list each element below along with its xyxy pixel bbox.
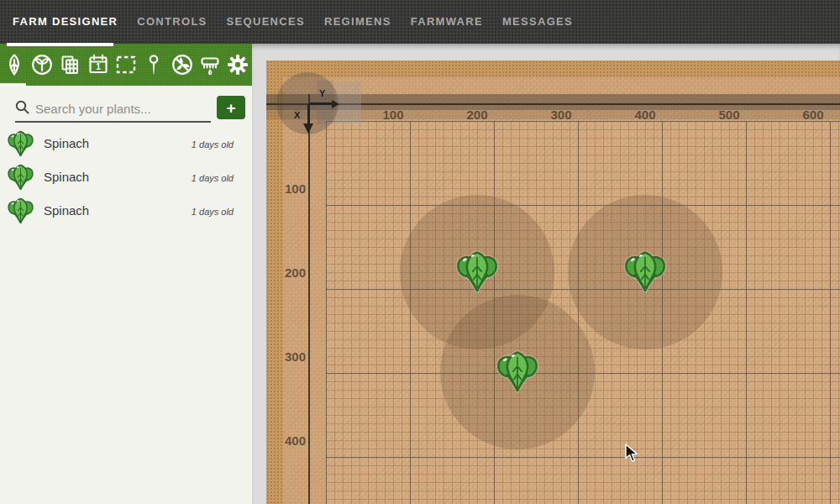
x-axis-label: X bbox=[294, 110, 300, 120]
plant-search-row: + bbox=[0, 91, 252, 128]
nav-item-sequences[interactable]: SEQUENCES bbox=[227, 0, 305, 44]
spinach-icon bbox=[7, 164, 34, 195]
x-axis-arrowhead bbox=[303, 123, 313, 134]
plant-name: Spinach bbox=[44, 136, 89, 150]
nav-item-controls[interactable]: CONTROLS bbox=[137, 0, 207, 44]
map-plant-spinach[interactable] bbox=[623, 250, 667, 294]
plants-icon[interactable] bbox=[2, 52, 27, 77]
spinach-icon bbox=[7, 130, 34, 161]
garden-bed bbox=[283, 77, 840, 504]
irrigation-icon[interactable] bbox=[197, 52, 223, 77]
garden-map-region: 100 200 300 400 500 600 100 200 300 400 bbox=[252, 44, 840, 504]
x-axis-arrow bbox=[307, 104, 310, 124]
axis-label: 100 bbox=[268, 181, 306, 196]
axis-label: 400 bbox=[620, 108, 670, 122]
plant-age: 1 days old bbox=[192, 207, 234, 217]
axis-label: 500 bbox=[704, 108, 754, 122]
plant-list-item[interactable]: Spinach 1 days old bbox=[0, 161, 252, 195]
axis-label: 300 bbox=[536, 108, 586, 122]
y-axis-line bbox=[308, 94, 310, 504]
plant-name: Spinach bbox=[44, 170, 89, 184]
spinach-icon bbox=[7, 197, 34, 228]
search-input[interactable] bbox=[34, 97, 209, 120]
y-axis-label: Y bbox=[319, 88, 325, 98]
events-icon[interactable]: 1 bbox=[86, 52, 111, 77]
plant-list: Spinach 1 days old Spinach 1 days old Sp… bbox=[0, 128, 252, 228]
nav-item-messages[interactable]: MESSAGES bbox=[502, 0, 573, 44]
zones-icon[interactable] bbox=[113, 52, 139, 77]
y-axis-arrowhead bbox=[332, 100, 339, 108]
axis-label: 200 bbox=[268, 265, 306, 280]
axis-label: 400 bbox=[268, 433, 306, 448]
settings-icon[interactable] bbox=[225, 52, 250, 77]
add-plant-button[interactable]: + bbox=[217, 96, 245, 119]
gardens-icon[interactable] bbox=[57, 52, 82, 77]
y-axis-arrow bbox=[309, 102, 333, 105]
nav-item-farm-designer[interactable]: FARM DESIGNER bbox=[13, 0, 118, 44]
axis-label: 600 bbox=[788, 108, 838, 122]
nav-items: FARM DESIGNER CONTROLS SEQUENCES REGIMEN… bbox=[0, 0, 573, 44]
plant-list-item[interactable]: Spinach 1 days old bbox=[0, 128, 252, 161]
search-underline bbox=[15, 121, 211, 123]
designer-toolbar: 1 bbox=[0, 44, 252, 86]
map-plant-spinach[interactable] bbox=[455, 250, 499, 294]
search-icon bbox=[15, 100, 29, 118]
events-day-number: 1 bbox=[96, 62, 101, 71]
plant-age: 1 days old bbox=[192, 139, 234, 150]
points-icon[interactable] bbox=[141, 52, 166, 77]
active-tab-underline bbox=[7, 43, 113, 46]
nav-item-farmware[interactable]: FARMWARE bbox=[411, 0, 483, 44]
garden-map[interactable]: 100 200 300 400 500 600 100 200 300 400 bbox=[266, 60, 840, 504]
plant-list-item[interactable]: Spinach 1 days old bbox=[0, 195, 252, 228]
sidebar-panel: 1 bbox=[0, 44, 252, 504]
nav-item-regimens[interactable]: REGIMENS bbox=[324, 0, 391, 44]
plant-name: Spinach bbox=[44, 203, 89, 218]
axis-label: 100 bbox=[368, 108, 418, 122]
farmbot-app: FARM DESIGNER CONTROLS SEQUENCES REGIMEN… bbox=[0, 0, 840, 504]
crops-icon[interactable] bbox=[29, 52, 55, 77]
plant-age: 1 days old bbox=[192, 173, 234, 183]
axis-label: 200 bbox=[452, 108, 502, 122]
map-plant-spinach[interactable] bbox=[496, 350, 539, 394]
top-navbar: FARM DESIGNER CONTROLS SEQUENCES REGIMEN… bbox=[0, 0, 840, 44]
weeds-icon[interactable] bbox=[170, 52, 195, 77]
axis-label: 300 bbox=[268, 349, 306, 364]
active-tool-underline bbox=[0, 83, 26, 86]
